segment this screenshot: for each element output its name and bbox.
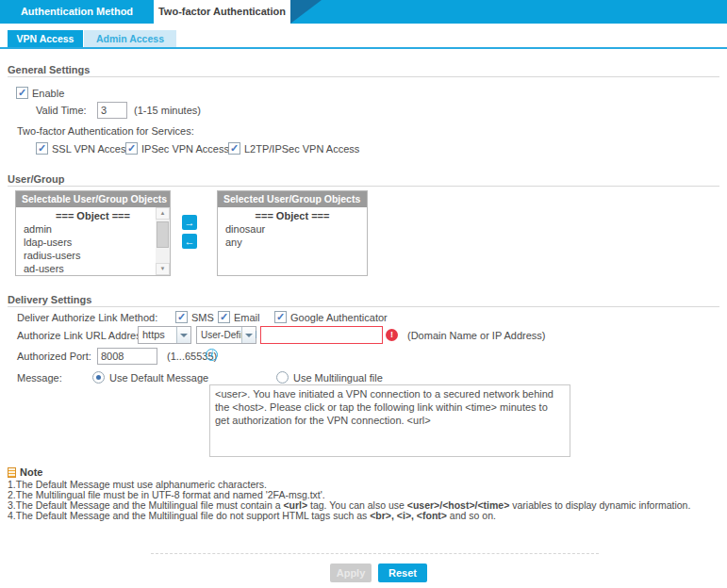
move-right-button[interactable]: → [182,215,197,230]
note-title: Note [20,466,42,478]
object-group-label: === Object === [16,209,170,222]
tab-authentication-method[interactable]: Authentication Method [0,0,154,24]
use-default-message-label: Use Default Message [109,372,208,384]
tab-two-factor-authentication[interactable]: Two-factor Authentication [154,0,290,24]
top-tab-bar: Authentication Method Two-factor Authent… [0,0,727,24]
list-item[interactable]: any [218,236,367,249]
move-left-button[interactable]: ← [182,234,197,249]
checkmark-icon: ✓ [36,142,48,155]
error-icon: ! [386,329,398,341]
apply-button[interactable]: Apply [330,564,372,582]
subtab-vpn-access[interactable]: VPN Access [8,30,83,47]
selectable-list-body: === Object === adminldap-usersradius-use… [16,207,170,275]
list-item[interactable]: ad-users [16,262,170,275]
scrollbar[interactable]: ▲ ▼ [156,207,170,275]
google-authenticator-label: Google Authenticator [290,312,388,323]
selected-list-items: dinosaurany [218,222,367,249]
use-default-message-radio[interactable]: Use Default Message [92,371,208,384]
message-textarea[interactable]: <user>. You have initiated a VPN connect… [209,384,570,457]
enable-label: Enable [32,88,64,99]
section-divider [8,306,719,307]
email-label: Email [234,312,260,323]
enable-checkbox[interactable]: ✓ Enable [16,87,64,99]
list-item[interactable]: ldap-users [16,236,170,249]
google-authenticator-checkbox[interactable]: ✓ Google Authenticator [274,311,388,323]
ssl-vpn-access-checkbox[interactable]: ✓ SSL VPN Access [36,142,131,155]
radio-icon [276,371,289,384]
address-type-select[interactable]: User-Defined [196,326,256,344]
chevron-down-icon [176,327,190,343]
user-group-title: User/Group [8,173,65,185]
email-checkbox[interactable]: ✓ Email [218,311,260,323]
use-multilingual-file-radio[interactable]: Use Multilingual file [276,371,383,384]
note-icon [8,467,16,478]
checkmark-icon: ✓ [218,311,230,323]
ssl-vpn-access-label: SSL VPN Access [52,143,131,155]
footer-divider [151,553,599,554]
selected-user-group-list[interactable]: Selected User/Group Objects === Object =… [217,190,368,276]
authorize-link-url-label: Authorize Link URL Address [17,330,146,341]
sms-label: SMS [191,312,214,323]
subtab-underline [0,47,727,49]
valid-time-input[interactable] [97,102,127,119]
general-settings-title: General Settings [8,64,90,75]
object-group-label: === Object === [218,209,367,222]
checkmark-icon: ✓ [16,87,28,99]
protocol-select[interactable]: https [138,326,191,344]
section-divider [8,76,719,77]
scroll-down-icon[interactable]: ▼ [156,263,170,275]
section-divider [8,186,719,187]
list-item[interactable]: radius-users [16,249,170,262]
radio-icon [92,371,105,384]
checkmark-icon: ✓ [228,142,240,155]
selectable-list-items: adminldap-usersradius-usersad-usersua-us… [16,222,170,275]
l2tp-vpn-access-checkbox[interactable]: ✓ L2TP/IPSec VPN Access [228,142,359,155]
url-address-hint: (Domain Name or IP Address) [407,330,546,341]
list-item[interactable]: dinosaur [218,222,367,236]
authorized-port-input[interactable] [97,348,157,365]
valid-time-hint: (1-15 minutes) [134,105,201,116]
sub-tab-bar: VPN Access Admin Access [0,24,727,49]
protocol-select-value: https [142,327,165,343]
tab-fold-decoration [290,0,322,24]
reset-button[interactable]: Reset [378,564,427,582]
info-icon[interactable]: i [206,349,218,361]
checkmark-icon: ✓ [125,142,138,155]
deliver-method-label: Deliver Authorize Link Method: [17,312,157,323]
selected-list-header: Selected User/Group Objects [218,191,367,207]
note-line-4: 4.The Default Message and the Multilingu… [8,510,727,521]
url-address-input[interactable] [260,326,383,344]
l2tp-vpn-access-label: L2TP/IPSec VPN Access [244,143,359,155]
subtab-admin-access[interactable]: Admin Access [84,30,176,47]
selectable-list-header: Selectable User/Group Objects [16,191,170,207]
two-factor-authentication-page: Authentication Method Two-factor Authent… [0,0,727,588]
sms-checkbox[interactable]: ✓ SMS [175,311,214,323]
services-label: Two-factor Authentication for Services: [17,125,194,137]
selectable-user-group-list[interactable]: Selectable User/Group Objects === Object… [15,190,171,276]
scrollbar-thumb[interactable] [157,221,169,248]
checkmark-icon: ✓ [175,311,188,323]
selected-list-body: === Object === dinosaurany [218,207,367,275]
list-item[interactable]: admin [16,222,170,236]
valid-time-label: Valid Time: [36,105,87,116]
ipsec-vpn-access-label: IPSec VPN Access [141,143,229,155]
authorized-port-label: Authorized Port: [17,351,91,362]
delivery-settings-title: Delivery Settings [8,294,91,305]
scroll-up-icon[interactable]: ▲ [156,207,170,220]
use-multilingual-file-label: Use Multilingual file [293,372,383,384]
checkmark-icon: ✓ [274,311,287,323]
message-label: Message: [17,372,62,384]
ipsec-vpn-access-checkbox[interactable]: ✓ IPSec VPN Access [125,142,229,155]
chevron-down-icon [241,327,256,343]
